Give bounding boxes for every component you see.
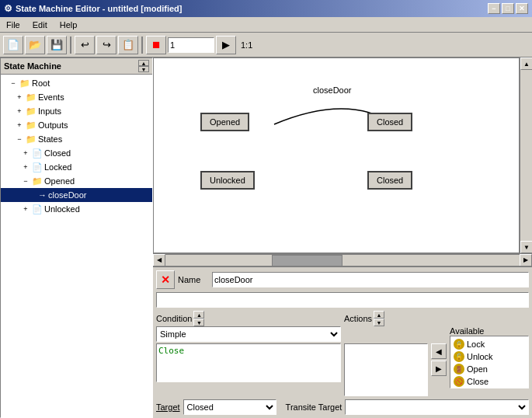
condition-header: Condition ▲ ▼	[156, 311, 341, 326]
vscroll-down[interactable]: ▼	[520, 241, 532, 253]
title-bar: ⚙ State Machine Editor - untitled [modif…	[0, 0, 532, 17]
section-headers: Condition ▲ ▼ Simple Close Actions	[156, 311, 529, 396]
available-open[interactable]: 🚪 Open	[452, 363, 527, 375]
tree-label-closedoor: closeDoor	[48, 190, 87, 200]
svg-text:closeDoor: closeDoor	[313, 85, 352, 95]
actions-up[interactable]: ▲	[374, 311, 384, 319]
condition-updown: ▲ ▼	[193, 311, 204, 326]
target-select[interactable]: Closed Opened Locked Unlocked	[183, 399, 276, 415]
target-row: Target Closed Opened Locked Unlocked Tra…	[156, 399, 529, 415]
menu-bar: File Edit Help	[0, 17, 532, 33]
tree-item-inputs[interactable]: + 📁 Inputs	[1, 104, 152, 118]
tree-item-root[interactable]: − 📁 Root	[1, 76, 152, 90]
lock-icon: 🔒	[454, 339, 464, 350]
state-closed2[interactable]: Closed	[367, 171, 412, 190]
minimize-button[interactable]: −	[488, 3, 500, 14]
condition-type-select[interactable]: Simple	[156, 326, 341, 342]
unlocked-icon: 📄	[32, 204, 43, 214]
secondary-input[interactable]	[156, 292, 529, 308]
transit-target-select[interactable]	[345, 399, 529, 415]
main-container: State Machine ▲ ▼ − 📁 Root + 📁 Events +	[0, 57, 532, 418]
actions-down[interactable]: ▼	[374, 319, 384, 326]
menu-edit[interactable]: Edit	[30, 19, 50, 30]
state-closed[interactable]: Closed	[367, 113, 412, 131]
name-input[interactable]	[212, 272, 529, 287]
tree-item-opened[interactable]: − 📁 Opened	[1, 174, 152, 188]
hscroll-left[interactable]: ◀	[153, 254, 165, 266]
canvas-hscroll: ◀ ▶	[153, 253, 532, 266]
zoom-label: 1:1	[241, 40, 252, 50]
vscroll-track[interactable]	[520, 70, 532, 241]
redo-button[interactable]: ↪	[96, 36, 116, 54]
tree-item-outputs[interactable]: + 📁 Outputs	[1, 118, 152, 132]
tree-item-closed[interactable]: + 📄 Closed	[1, 146, 152, 160]
vscroll-up[interactable]: ▲	[520, 57, 532, 70]
available-close[interactable]: 🚫 Close	[452, 375, 527, 388]
tree-scroll-up[interactable]: ▲	[138, 60, 149, 66]
condition-up[interactable]: ▲	[193, 311, 204, 319]
delete-icon: ✕	[161, 273, 170, 286]
available-unlock-label: Unlock	[467, 352, 493, 361]
tree-item-locked[interactable]: + 📄 Locked	[1, 160, 152, 174]
locked-expander: +	[19, 161, 32, 173]
tree-scroll-down[interactable]: ▼	[138, 66, 149, 72]
zoom-input[interactable]	[168, 37, 214, 53]
opened-expander: −	[19, 175, 32, 187]
maximize-button[interactable]: □	[502, 3, 514, 14]
canvas-main-row: closeDoor Opened Closed Unlocked Closed	[153, 57, 532, 253]
state-opened[interactable]: Opened	[200, 113, 249, 131]
condition-down[interactable]: ▼	[193, 319, 204, 326]
condition-label: Condition	[156, 314, 192, 323]
condition-text[interactable]: Close	[156, 343, 341, 382]
state-unlocked[interactable]: Unlocked	[200, 171, 255, 190]
tree-header: State Machine ▲ ▼	[1, 58, 152, 75]
tree-title: State Machine	[4, 61, 61, 71]
window-title: State Machine Editor - untitled [modifie…	[16, 4, 183, 13]
hscroll-right[interactable]: ▶	[520, 254, 532, 266]
menu-file[interactable]: File	[3, 19, 23, 30]
available-lock-label: Lock	[467, 340, 485, 349]
undo-button[interactable]: ↩	[75, 36, 95, 54]
state-closed2-label: Closed	[377, 176, 403, 185]
available-lock[interactable]: 🔒 Lock	[452, 338, 527, 350]
tree-item-closedoor[interactable]: → closeDoor	[1, 188, 152, 202]
unlocked-expander: +	[19, 203, 32, 215]
export-button[interactable]: 📋	[118, 36, 138, 54]
tree-label-states: States	[38, 134, 62, 144]
tree-item-events[interactable]: + 📁 Events	[1, 90, 152, 104]
open-button[interactable]: 📂	[25, 36, 45, 54]
actions-list[interactable]	[344, 343, 428, 396]
hscroll-track[interactable]	[165, 254, 520, 266]
tree-label-unlocked: Unlocked	[44, 204, 80, 214]
tree-item-states[interactable]: − 📁 States	[1, 132, 152, 146]
tree-label-opened: Opened	[44, 176, 75, 186]
root-expander: −	[7, 77, 19, 89]
app-icon: ⚙	[4, 3, 12, 14]
zoom-arrow[interactable]: ▶	[216, 36, 236, 54]
hscroll-thumb	[272, 255, 342, 266]
save-button[interactable]: 💾	[47, 36, 67, 54]
canvas-svg: closeDoor	[154, 58, 519, 253]
closedoor-expander	[26, 189, 38, 201]
outputs-icon: 📁	[26, 120, 37, 131]
state-closed-label: Closed	[377, 117, 403, 127]
available-open-label: Open	[467, 364, 488, 374]
right-panel: closeDoor Opened Closed Unlocked Closed	[153, 57, 532, 418]
close-button[interactable]: ✕	[516, 3, 528, 14]
tree-item-unlocked[interactable]: + 📄 Unlocked	[1, 202, 152, 216]
available-section: Available 🔒 Lock 🔓 Unlock	[450, 326, 529, 388]
available-unlock[interactable]: 🔓 Unlock	[452, 350, 527, 363]
delete-button[interactable]: ✕	[156, 270, 175, 289]
move-right-button[interactable]: ▶	[431, 361, 447, 376]
tree-label-closed: Closed	[44, 148, 71, 158]
tree-panel: State Machine ▲ ▼ − 📁 Root + 📁 Events +	[0, 57, 153, 418]
name-label: Name	[178, 275, 209, 284]
move-left-button[interactable]: ◀	[431, 343, 447, 359]
stop-button[interactable]: ⏹	[146, 36, 166, 54]
closed-expander: +	[19, 147, 32, 159]
canvas-area[interactable]: closeDoor Opened Closed Unlocked Closed	[153, 57, 520, 253]
properties-panel: ✕ Name Condition ▲ ▼	[153, 266, 532, 418]
menu-help[interactable]: Help	[57, 19, 81, 30]
actions-section: Actions ▲ ▼ ◀ ▶	[344, 311, 529, 396]
new-button[interactable]: 📄	[3, 36, 23, 54]
